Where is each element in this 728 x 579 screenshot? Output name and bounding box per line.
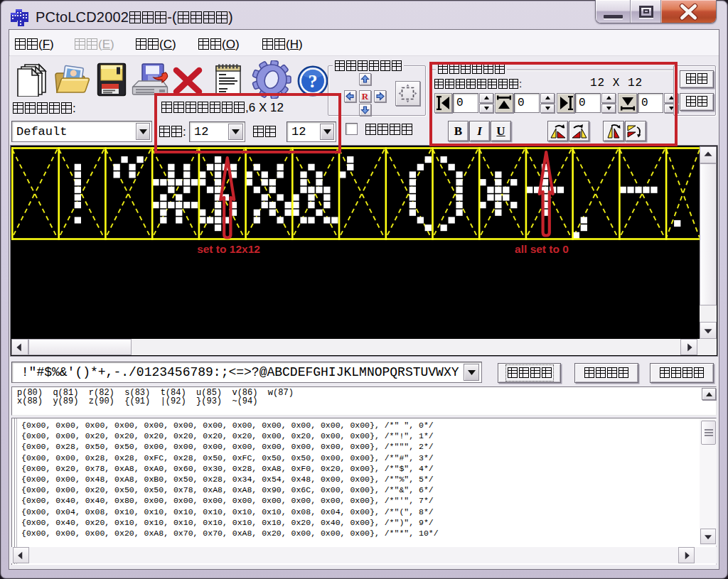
svg-text:all set to 0: all set to 0: [515, 243, 569, 255]
svg-text:?: ?: [309, 71, 318, 92]
svg-text:set to 12x12: set to 12x12: [197, 243, 260, 255]
